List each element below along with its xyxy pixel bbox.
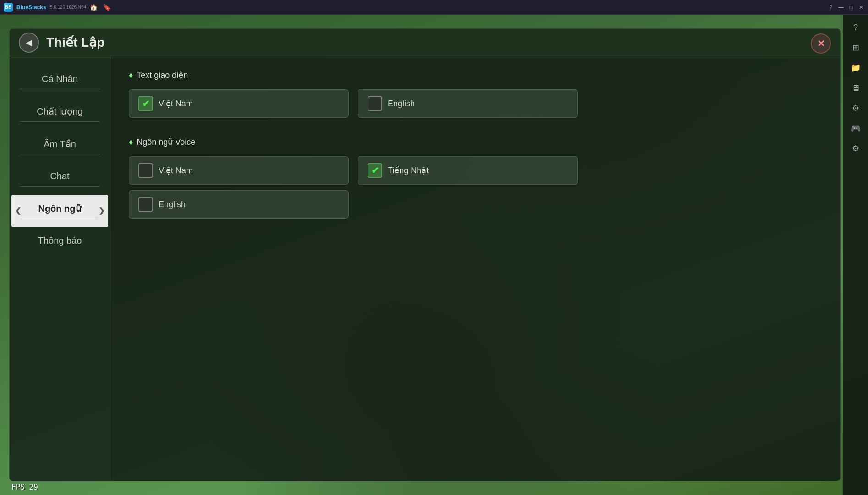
voice-tieng-nhat-option[interactable]: ✔ Tiếng Nhật [358,156,578,185]
text-viet-nam-label: Việt Nam [159,99,193,109]
maximize-button[interactable]: □ [848,4,854,11]
fps-label: FPS [11,483,25,491]
arrow-right-icon: ❯ [99,206,104,214]
settings-panel: ◀ Thiết Lập ✕ Cá Nhân Chất lượng Âm Tần [9,28,841,481]
right-icon-display[interactable]: 🖥 [846,79,865,97]
app-name: BlueStacks [16,4,46,11]
close-icon: ✕ [817,38,825,49]
bookmark-icon[interactable]: 🔖 [103,4,111,11]
right-icon-settings[interactable]: ⚙ [846,99,865,117]
text-options-row: ✔ Việt Nam English [129,89,822,118]
voice-tieng-nhat-label: Tiếng Nhật [388,165,429,176]
right-icon-folder[interactable]: 📁 [846,59,865,77]
sidebar-item-thong-bao[interactable]: Thông báo [10,227,110,254]
voice-english-option[interactable]: English [129,190,349,219]
voice-english-label: English [159,200,186,209]
settings-header: ◀ Thiết Lập ✕ [10,29,840,56]
fps-value: 29 [29,483,38,491]
voice-viet-nam-label: Việt Nam [159,165,193,176]
app-logo: BS [4,3,13,12]
text-english-checkbox[interactable] [368,96,382,111]
text-viet-nam-option[interactable]: ✔ Việt Nam [129,89,349,118]
checkmark-icon: ✔ [142,98,150,109]
minimize-button[interactable]: — [838,4,844,11]
right-icon-help[interactable]: ? [846,18,865,37]
sidebar: Cá Nhân Chất lượng Âm Tần Chat ❮ Ngôn ng… [10,56,110,481]
title-bar-left: BS BlueStacks 5.6.120.1026 N64 🏠 🔖 [4,3,111,12]
back-icon: ◀ [26,38,32,48]
section-divider [129,123,822,137]
close-button[interactable]: ✕ [811,33,831,54]
home-icon[interactable]: 🏠 [90,4,98,11]
voice-viet-nam-checkbox[interactable] [138,163,153,178]
voice-section-title: Ngôn ngữ Voice [129,137,822,147]
fps-counter: FPS 29 [11,483,38,491]
text-section-title: Text giao diện [129,70,822,80]
title-bar: BS BlueStacks 5.6.120.1026 N64 🏠 🔖 ? — □… [0,0,868,15]
right-sidebar: ? ⊞ 📁 🖥 ⚙ 🎮 ⚙ [843,15,868,495]
sidebar-item-chat-luong[interactable]: Chất lượng [10,98,110,130]
sidebar-item-ca-nhan[interactable]: Cá Nhân [10,66,110,98]
sidebar-item-chat[interactable]: Chat [10,163,110,195]
title-bar-nav: 🏠 🔖 [90,4,111,11]
main-content-area: Text giao diện ✔ Việt Nam English [110,56,840,481]
right-icon-config[interactable]: ⚙ [846,139,865,158]
voice-tieng-nhat-checkbox[interactable]: ✔ [368,163,382,178]
settings-content: Cá Nhân Chất lượng Âm Tần Chat ❮ Ngôn ng… [10,29,840,481]
settings-title: Thiết Lập [46,35,104,50]
sidebar-item-am-tan[interactable]: Âm Tần [10,130,110,163]
text-english-label: English [388,99,415,109]
checkmark-tieng-nhat-icon: ✔ [371,165,379,176]
arrow-left-icon: ❮ [15,206,21,214]
right-icon-gamepad[interactable]: 🎮 [846,119,865,138]
text-viet-nam-checkbox[interactable]: ✔ [138,96,153,111]
app-version: 5.6.120.1026 N64 [50,5,87,10]
right-icon-grid[interactable]: ⊞ [846,38,865,57]
voice-english-checkbox[interactable] [138,197,153,212]
main-container: ◀ Thiết Lập ✕ Cá Nhân Chất lượng Âm Tần [0,15,868,495]
voice-viet-nam-option[interactable]: Việt Nam [129,156,349,185]
help-button[interactable]: ? [828,4,834,11]
text-english-option[interactable]: English [358,89,578,118]
close-window-button[interactable]: ✕ [858,4,864,11]
back-button[interactable]: ◀ [19,33,39,53]
window-controls: ? — □ ✕ [828,4,864,11]
voice-options-row1: Việt Nam ✔ Tiếng Nhật [129,156,822,185]
sidebar-item-ngon-ngu[interactable]: ❮ Ngôn ngữ ❯ [11,195,108,227]
voice-options-row2: English [129,190,822,219]
